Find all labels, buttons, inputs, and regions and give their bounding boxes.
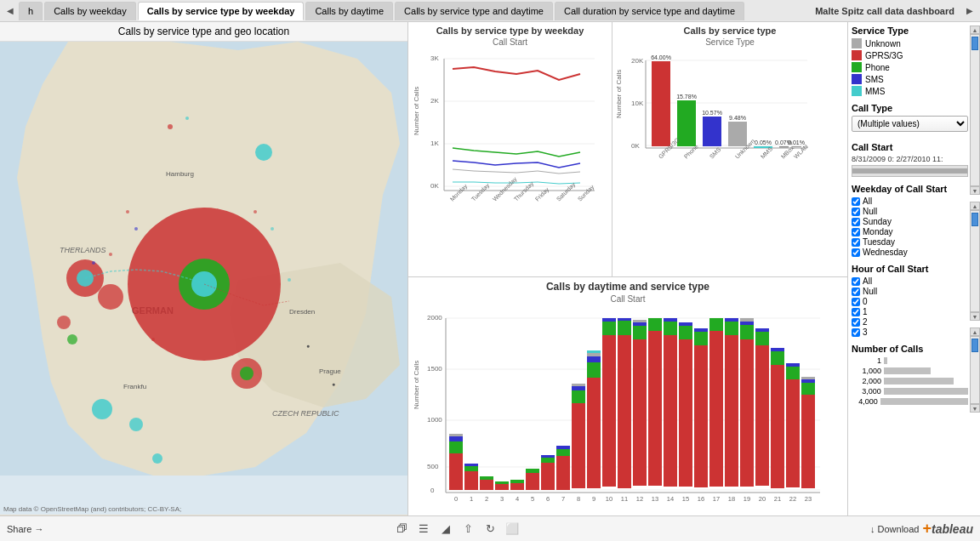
toolbar-icon-cursor[interactable]: ⬜ <box>504 521 520 537</box>
svg-text:Prague: Prague <box>319 367 341 375</box>
share-label[interactable]: Share → <box>7 524 43 534</box>
svg-rect-169 <box>801 379 815 383</box>
scroll-down-arrow-2[interactable]: ▼ <box>970 312 980 321</box>
weekday-null-checkbox[interactable] <box>852 208 860 216</box>
download-label[interactable]: ↓ Download <box>870 524 919 534</box>
hour-3-checkbox[interactable] <box>852 328 860 337</box>
svg-text:19: 19 <box>744 495 750 503</box>
weekday-sunday-label: Sunday <box>863 217 892 226</box>
toolbar-icon-filter[interactable]: ◢ <box>438 521 453 537</box>
weekday-all[interactable]: All <box>852 196 968 206</box>
bar-chart-subtitle: Service Type <box>616 37 844 47</box>
toolbar-icon-refresh[interactable]: ↻ <box>482 521 498 537</box>
weekday-null[interactable]: Null <box>852 207 968 216</box>
tab-h[interactable]: h <box>19 2 43 20</box>
svg-text:20K: 20K <box>631 57 644 65</box>
weekday-sunday[interactable]: Sunday <box>852 217 968 226</box>
map-svg: THERLANDS GERMAN CZECH REPUBLIC Hamburg … <box>0 42 407 476</box>
svg-rect-135 <box>633 326 647 339</box>
svg-point-20 <box>240 367 254 380</box>
call-start-slider[interactable] <box>852 165 968 177</box>
hour-3[interactable]: 3 <box>852 327 968 337</box>
weekday-wednesday-checkbox[interactable] <box>852 248 860 257</box>
hour-2-checkbox[interactable] <box>852 318 860 327</box>
scroll-track-2[interactable] <box>970 210 980 312</box>
call-type-select[interactable]: (Multiple values) <box>852 116 968 132</box>
svg-point-25 <box>57 316 71 329</box>
weekday-monday[interactable]: Monday <box>852 227 968 236</box>
toolbar-icon-share[interactable]: ⇧ <box>460 521 476 537</box>
svg-text:21: 21 <box>774 495 781 503</box>
scroll-thumb-3[interactable] <box>971 339 978 352</box>
toolbar-icon-table[interactable]: ☰ <box>416 521 431 537</box>
nc-bar-1: 1 <box>852 356 968 365</box>
map-background[interactable]: THERLANDS GERMAN CZECH REPUBLIC Hamburg … <box>0 42 407 515</box>
svg-rect-145 <box>679 322 692 326</box>
scroll-down-arrow-3[interactable]: ▼ <box>970 404 980 413</box>
hour-all[interactable]: All <box>852 276 968 286</box>
tab-daytime[interactable]: Calls by daytime <box>305 2 393 20</box>
call-type-section: Call Type (Multiple values) <box>852 103 968 135</box>
mms-label: MMS <box>865 87 885 96</box>
tab-prev-arrow[interactable]: ◀ <box>2 1 19 21</box>
svg-rect-144 <box>679 326 692 339</box>
tab-next-arrow[interactable]: ▶ <box>961 1 978 21</box>
tab-service-daytime[interactable]: Calls by service type and daytime <box>395 2 553 20</box>
nc-bar-vis-2000 <box>884 378 954 384</box>
svg-rect-140 <box>664 335 677 487</box>
tab-weekday[interactable]: Calls by weekday <box>44 2 136 20</box>
svg-rect-116 <box>556 456 570 490</box>
svg-text:Tuesday: Tuesday <box>470 182 492 203</box>
svg-point-23 <box>152 453 162 464</box>
scroll-track-3[interactable] <box>970 336 980 404</box>
nc-bar-2000: 2,000 <box>852 377 968 385</box>
svg-rect-123 <box>587 378 601 488</box>
weekday-monday-checkbox[interactable] <box>852 228 860 236</box>
svg-rect-128 <box>602 335 616 487</box>
svg-rect-124 <box>587 362 601 378</box>
nc-bar-vis-1 <box>884 357 887 364</box>
svg-text:0K: 0K <box>631 142 640 150</box>
stacked-chart-subtitle: Call Start <box>412 294 844 304</box>
num-calls-title: Number of Calls <box>852 344 968 354</box>
scroll-thumb[interactable] <box>971 37 978 50</box>
svg-rect-134 <box>633 339 647 486</box>
weekday-tuesday[interactable]: Tuesday <box>852 237 968 247</box>
hour-1[interactable]: 1 <box>852 307 968 316</box>
scroll-thumb-2[interactable] <box>971 213 978 226</box>
hour-0[interactable]: 0 <box>852 297 968 306</box>
hour-2[interactable]: 2 <box>852 317 968 327</box>
toolbar-center: 🗇 ☰ ◢ ⇧ ↻ ⬜ <box>394 521 520 537</box>
tab-service-type-weekday[interactable]: Calls by service type by weekday <box>138 2 305 20</box>
weekday-section: Weekday of Call Start All Null Sunday <box>852 184 968 257</box>
phone-color <box>852 62 862 72</box>
scroll-up-arrow-3[interactable]: ▲ <box>970 327 980 336</box>
scroll-up-arrow[interactable]: ▲ <box>970 26 980 34</box>
scroll-up-arrow-2[interactable]: ▲ <box>970 202 980 210</box>
weekday-wednesday[interactable]: Wednesday <box>852 248 968 257</box>
svg-rect-151 <box>725 335 738 487</box>
svg-text:●: ● <box>306 343 310 349</box>
svg-rect-154 <box>740 339 754 487</box>
svg-rect-99 <box>449 441 463 453</box>
svg-rect-106 <box>480 476 493 480</box>
hour-0-checkbox[interactable] <box>852 298 860 306</box>
hour-null-checkbox[interactable] <box>852 288 860 296</box>
svg-rect-70 <box>728 122 747 146</box>
hour-all-checkbox[interactable] <box>852 277 860 286</box>
num-calls-section: Number of Calls 1 1,000 2,000 3,000 <box>852 344 968 406</box>
hour-null[interactable]: Null <box>852 287 968 296</box>
toolbar-icon-db[interactable]: 🗇 <box>394 521 409 537</box>
svg-text:16: 16 <box>698 495 704 503</box>
weekday-all-checkbox[interactable] <box>852 197 860 206</box>
hour-1-checkbox[interactable] <box>852 308 860 316</box>
svg-rect-119 <box>572 403 585 488</box>
svg-rect-108 <box>495 481 509 484</box>
stacked-chart-title: Calls by daytime and service type <box>412 281 844 293</box>
scroll-track[interactable] <box>970 34 980 186</box>
weekday-tuesday-checkbox[interactable] <box>852 238 860 247</box>
svg-rect-110 <box>510 480 524 483</box>
tab-duration[interactable]: Call duration by service type and daytim… <box>555 2 744 20</box>
weekday-sunday-checkbox[interactable] <box>852 218 860 226</box>
scroll-down-arrow[interactable]: ▼ <box>970 186 980 195</box>
